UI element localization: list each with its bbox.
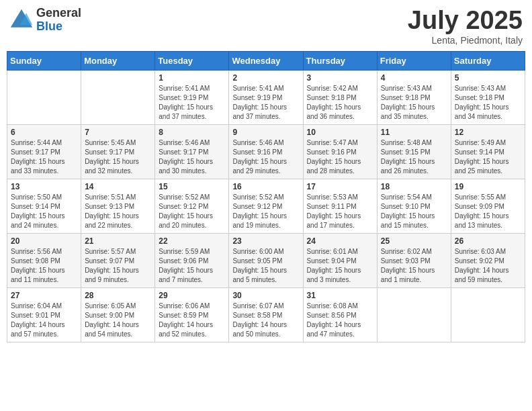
calendar-cell: 25Sunrise: 6:02 AMSunset: 9:03 PMDayligh… xyxy=(377,233,451,287)
weekday-header: Thursday xyxy=(303,51,377,70)
day-number: 8 xyxy=(159,128,225,137)
day-number: 22 xyxy=(159,236,225,246)
calendar-cell: 3Sunrise: 5:42 AMSunset: 9:18 PMDaylight… xyxy=(303,70,377,124)
cell-content: Sunrise: 5:46 AMSunset: 9:17 PMDaylight:… xyxy=(159,138,225,176)
day-number: 28 xyxy=(85,291,151,300)
calendar-cell: 30Sunrise: 6:07 AMSunset: 8:58 PMDayligh… xyxy=(229,287,303,342)
location-text: Lenta, Piedmont, Italy xyxy=(408,35,523,46)
weekday-header: Friday xyxy=(377,51,451,70)
weekday-header: Saturday xyxy=(451,51,525,70)
weekday-header: Wednesday xyxy=(229,51,303,70)
calendar-cell: 22Sunrise: 5:59 AMSunset: 9:06 PMDayligh… xyxy=(155,233,229,287)
weekday-header-row: SundayMondayTuesdayWednesdayThursdayFrid… xyxy=(7,51,525,70)
cell-content: Sunrise: 5:59 AMSunset: 9:06 PMDaylight:… xyxy=(159,247,225,285)
month-title: July 2025 xyxy=(408,7,523,35)
day-number: 14 xyxy=(85,182,151,191)
cell-content: Sunrise: 5:43 AMSunset: 9:18 PMDaylight:… xyxy=(455,84,521,122)
calendar-cell: 10Sunrise: 5:47 AMSunset: 9:16 PMDayligh… xyxy=(303,124,377,179)
day-number: 9 xyxy=(232,128,299,137)
logo-blue-text: Blue xyxy=(36,20,81,34)
calendar-cell: 24Sunrise: 6:01 AMSunset: 9:04 PMDayligh… xyxy=(303,233,377,287)
day-number: 25 xyxy=(381,236,447,246)
calendar-week-row: 6Sunrise: 5:44 AMSunset: 9:17 PMDaylight… xyxy=(7,124,525,179)
cell-content: Sunrise: 5:49 AMSunset: 9:14 PMDaylight:… xyxy=(455,138,521,176)
cell-content: Sunrise: 5:52 AMSunset: 9:12 PMDaylight:… xyxy=(159,193,225,230)
day-number: 18 xyxy=(381,182,447,191)
day-number: 5 xyxy=(455,73,521,83)
day-number: 4 xyxy=(381,73,447,83)
calendar-week-row: 13Sunrise: 5:50 AMSunset: 9:14 PMDayligh… xyxy=(7,179,525,233)
calendar-cell: 20Sunrise: 5:56 AMSunset: 9:08 PMDayligh… xyxy=(7,233,81,287)
cell-content: Sunrise: 6:05 AMSunset: 9:00 PMDaylight:… xyxy=(85,302,151,339)
day-number: 1 xyxy=(159,73,225,83)
calendar-cell: 18Sunrise: 5:54 AMSunset: 9:10 PMDayligh… xyxy=(377,179,451,233)
day-number: 15 xyxy=(159,182,225,191)
day-number: 19 xyxy=(455,182,521,191)
day-number: 17 xyxy=(307,182,373,191)
calendar-cell: 15Sunrise: 5:52 AMSunset: 9:12 PMDayligh… xyxy=(155,179,229,233)
calendar-cell xyxy=(451,287,525,342)
calendar-cell: 4Sunrise: 5:43 AMSunset: 9:18 PMDaylight… xyxy=(377,70,451,124)
calendar-cell: 12Sunrise: 5:49 AMSunset: 9:14 PMDayligh… xyxy=(451,124,525,179)
day-number: 2 xyxy=(232,73,299,83)
day-number: 12 xyxy=(455,128,521,137)
cell-content: Sunrise: 5:43 AMSunset: 9:18 PMDaylight:… xyxy=(381,84,447,122)
logo: General Blue xyxy=(9,7,81,34)
calendar-cell: 27Sunrise: 6:04 AMSunset: 9:01 PMDayligh… xyxy=(7,287,81,342)
calendar-cell xyxy=(7,70,81,124)
cell-content: Sunrise: 5:54 AMSunset: 9:10 PMDaylight:… xyxy=(381,193,447,230)
cell-content: Sunrise: 5:44 AMSunset: 9:17 PMDaylight:… xyxy=(11,138,77,176)
day-number: 27 xyxy=(11,291,77,300)
calendar-week-row: 20Sunrise: 5:56 AMSunset: 9:08 PMDayligh… xyxy=(7,233,525,287)
day-number: 3 xyxy=(307,73,373,83)
cell-content: Sunrise: 6:00 AMSunset: 9:05 PMDaylight:… xyxy=(232,247,299,285)
calendar-cell xyxy=(81,70,155,124)
logo-general-text: General xyxy=(36,7,81,20)
calendar-cell: 21Sunrise: 5:57 AMSunset: 9:07 PMDayligh… xyxy=(81,233,155,287)
day-number: 21 xyxy=(85,236,151,246)
day-number: 6 xyxy=(11,128,77,137)
day-number: 29 xyxy=(159,291,225,300)
day-number: 11 xyxy=(381,128,447,137)
day-number: 16 xyxy=(232,182,299,191)
calendar-cell: 16Sunrise: 5:52 AMSunset: 9:12 PMDayligh… xyxy=(229,179,303,233)
weekday-header: Sunday xyxy=(7,51,81,70)
day-number: 23 xyxy=(232,236,299,246)
calendar-cell: 9Sunrise: 5:46 AMSunset: 9:16 PMDaylight… xyxy=(229,124,303,179)
cell-content: Sunrise: 5:42 AMSunset: 9:18 PMDaylight:… xyxy=(307,84,373,122)
cell-content: Sunrise: 5:48 AMSunset: 9:15 PMDaylight:… xyxy=(381,138,447,176)
cell-content: Sunrise: 6:07 AMSunset: 8:58 PMDaylight:… xyxy=(232,302,299,339)
calendar-week-row: 1Sunrise: 5:41 AMSunset: 9:19 PMDaylight… xyxy=(7,70,525,124)
calendar-cell: 28Sunrise: 6:05 AMSunset: 9:00 PMDayligh… xyxy=(81,287,155,342)
cell-content: Sunrise: 6:06 AMSunset: 8:59 PMDaylight:… xyxy=(159,302,225,339)
calendar-cell: 17Sunrise: 5:53 AMSunset: 9:11 PMDayligh… xyxy=(303,179,377,233)
day-number: 10 xyxy=(307,128,373,137)
logo-icon xyxy=(9,8,34,32)
day-number: 31 xyxy=(307,291,373,300)
cell-content: Sunrise: 5:52 AMSunset: 9:12 PMDaylight:… xyxy=(232,193,299,230)
calendar-week-row: 27Sunrise: 6:04 AMSunset: 9:01 PMDayligh… xyxy=(7,287,525,342)
day-number: 7 xyxy=(85,128,151,137)
cell-content: Sunrise: 5:53 AMSunset: 9:11 PMDaylight:… xyxy=(307,193,373,230)
calendar-cell: 13Sunrise: 5:50 AMSunset: 9:14 PMDayligh… xyxy=(7,179,81,233)
cell-content: Sunrise: 5:51 AMSunset: 9:13 PMDaylight:… xyxy=(85,193,151,230)
day-number: 20 xyxy=(11,236,77,246)
calendar-cell: 19Sunrise: 5:55 AMSunset: 9:09 PMDayligh… xyxy=(451,179,525,233)
cell-content: Sunrise: 6:03 AMSunset: 9:02 PMDaylight:… xyxy=(455,247,521,285)
cell-content: Sunrise: 6:04 AMSunset: 9:01 PMDaylight:… xyxy=(11,302,77,339)
calendar-cell: 6Sunrise: 5:44 AMSunset: 9:17 PMDaylight… xyxy=(7,124,81,179)
cell-content: Sunrise: 5:45 AMSunset: 9:17 PMDaylight:… xyxy=(85,138,151,176)
cell-content: Sunrise: 5:41 AMSunset: 9:19 PMDaylight:… xyxy=(232,84,299,122)
day-number: 24 xyxy=(307,236,373,246)
calendar-table: SundayMondayTuesdayWednesdayThursdayFrid… xyxy=(7,51,525,342)
page-header: General Blue July 2025 Lenta, Piedmont, … xyxy=(7,7,525,46)
weekday-header: Tuesday xyxy=(155,51,229,70)
calendar-cell: 1Sunrise: 5:41 AMSunset: 9:19 PMDaylight… xyxy=(155,70,229,124)
calendar-cell xyxy=(377,287,451,342)
cell-content: Sunrise: 6:08 AMSunset: 8:56 PMDaylight:… xyxy=(307,302,373,339)
cell-content: Sunrise: 5:56 AMSunset: 9:08 PMDaylight:… xyxy=(11,247,77,285)
calendar-cell: 8Sunrise: 5:46 AMSunset: 9:17 PMDaylight… xyxy=(155,124,229,179)
weekday-header: Monday xyxy=(81,51,155,70)
calendar-cell: 26Sunrise: 6:03 AMSunset: 9:02 PMDayligh… xyxy=(451,233,525,287)
cell-content: Sunrise: 5:47 AMSunset: 9:16 PMDaylight:… xyxy=(307,138,373,176)
